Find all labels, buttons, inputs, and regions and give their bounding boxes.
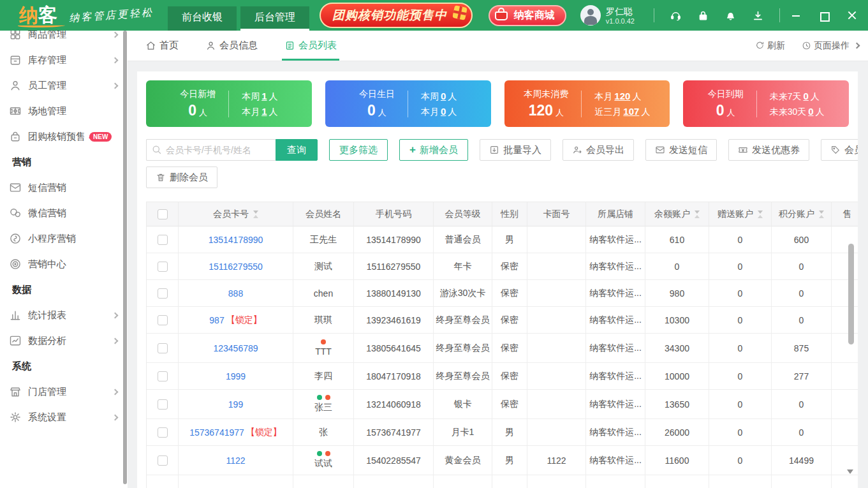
sidebar-item-label: 短信营销 xyxy=(28,182,66,194)
row-checkbox[interactable] xyxy=(158,288,168,299)
sidebar-item-inventory[interactable]: 库存管理 xyxy=(0,47,128,73)
sidebar-item-system-settings[interactable]: 系统设置 xyxy=(0,404,128,430)
member-card-link[interactable]: 123456789 xyxy=(213,343,258,353)
extra-cell xyxy=(832,419,858,446)
topnav-front-desk[interactable]: 前台收银 xyxy=(168,6,237,31)
topnav-backstage[interactable]: 后台管理 xyxy=(240,6,309,31)
sidebar-item-groupon-presale[interactable]: 团购核销预售NEW xyxy=(0,124,128,149)
member-export-button[interactable]: 会员导出 xyxy=(563,139,634,161)
tab-member-list[interactable]: 会员列表 xyxy=(284,31,337,61)
sidebar-scrollbar[interactable] xyxy=(123,31,127,484)
minimize-button[interactable] xyxy=(791,11,800,20)
member-card-link[interactable]: 1999 xyxy=(226,371,246,381)
row-checkbox[interactable] xyxy=(158,343,168,353)
add-member-button[interactable]: +新增会员 xyxy=(399,139,468,161)
column-header-3[interactable]: 会员等级 xyxy=(434,202,492,226)
member-card-link[interactable]: 15736741977 xyxy=(189,427,244,438)
row-checkbox[interactable] xyxy=(158,455,168,466)
store-cell: 纳客软件运... xyxy=(586,307,645,334)
member-card-link[interactable]: 15116279550 xyxy=(209,262,263,272)
sidebar-item-goods[interactable]: 商品管理 xyxy=(0,31,128,47)
sidebar-item-wechat-marketing[interactable]: 微信营销 xyxy=(0,200,128,226)
phone-cell: 13514178990 xyxy=(354,226,434,253)
member-card-link[interactable]: 13514178990 xyxy=(209,235,263,245)
scroll-down-arrow[interactable] xyxy=(847,470,853,474)
sort-icon[interactable] xyxy=(695,211,700,218)
column-header-10[interactable]: 售 xyxy=(832,202,858,226)
column-header-label: 余额账户 xyxy=(654,209,690,220)
column-header-5[interactable]: 卡面号 xyxy=(527,202,586,226)
column-header-9[interactable]: 积分账户 xyxy=(772,202,832,226)
maximize-button[interactable] xyxy=(820,11,828,20)
sidebar-item-sms-marketing[interactable]: 短信营销 xyxy=(0,175,128,200)
column-header-7[interactable]: 余额账户 xyxy=(645,202,709,226)
member-card-link[interactable]: 987 xyxy=(209,315,224,325)
member-name-text: 琪琪 xyxy=(314,314,332,326)
mall-button[interactable]: 纳客商城 xyxy=(489,5,566,26)
sidebar-item-reports[interactable]: 统计报表 xyxy=(0,302,128,328)
content-scrollbar-thumb[interactable] xyxy=(848,244,854,344)
row-checkbox[interactable] xyxy=(158,262,168,272)
member-card-link[interactable]: 199 xyxy=(228,399,243,410)
column-header-8[interactable]: 赠送账户 xyxy=(709,202,772,226)
sidebar-item-miniprogram-marketing[interactable]: 小程序营销 xyxy=(0,226,128,251)
lock-icon[interactable] xyxy=(697,10,709,22)
tab-member-info[interactable]: 会员信息 xyxy=(205,31,258,61)
select-all-checkbox[interactable] xyxy=(158,209,168,219)
more-filters-button[interactable]: 更多筛选 xyxy=(329,139,388,161)
stat-card-title: 今日生日 xyxy=(359,89,395,100)
promo-banner[interactable]: 团购核销功能预售中 xyxy=(320,3,473,28)
stat-card-main: 今日生日0人 xyxy=(359,89,395,119)
member-card-link[interactable]: 1122 xyxy=(226,455,245,466)
download-icon[interactable] xyxy=(752,10,764,22)
sidebar-item-marketing-center[interactable]: 营销中心 xyxy=(0,251,128,277)
page-ops-action[interactable]: 页面操作 xyxy=(802,40,859,52)
stat-line-label: 未来30天 xyxy=(770,107,807,117)
search-input[interactable] xyxy=(146,139,276,161)
sidebar-item-venue[interactable]: 场地管理 xyxy=(0,98,128,124)
sidebar-item-label: 库存管理 xyxy=(28,54,66,66)
level-cell: 终身至尊会员 xyxy=(434,307,492,334)
store-cell: 纳客软件运... xyxy=(586,226,645,253)
column-header-2[interactable]: 手机号码 xyxy=(354,202,434,226)
member-card-link[interactable]: 888 xyxy=(228,288,243,299)
stat-card-0[interactable]: 今日新增0人本周1人本月1人 xyxy=(146,80,312,127)
row-checkbox[interactable] xyxy=(158,371,168,381)
row-checkbox[interactable] xyxy=(158,315,168,325)
bell-icon[interactable] xyxy=(725,10,737,22)
sidebar-item-data-analysis[interactable]: 数据分析 xyxy=(0,328,128,353)
member-card-cell: 15736741977【锁定】 xyxy=(179,419,293,446)
member-card-cell: 888 xyxy=(179,280,293,307)
stat-line-label: 本周 xyxy=(421,91,439,101)
batch-import-button[interactable]: 批量导入 xyxy=(480,139,551,161)
tab-home[interactable]: 首页 xyxy=(145,31,179,61)
customer-service-icon[interactable] xyxy=(670,10,682,22)
sort-icon[interactable] xyxy=(819,211,824,218)
sort-icon[interactable] xyxy=(758,211,763,218)
user-menu[interactable]: 罗仁聪 v1.0.0.42 xyxy=(580,5,635,26)
search-button[interactable]: 查询 xyxy=(276,139,318,161)
sidebar-item-staff[interactable]: 员工管理 xyxy=(0,73,128,98)
stat-card-3[interactable]: 今日到期0人未来7天0人未来30天0人 xyxy=(683,80,849,127)
stat-card-1[interactable]: 今日生日0人本周0人本月0人 xyxy=(325,80,491,127)
sort-icon[interactable] xyxy=(253,211,258,218)
close-button[interactable] xyxy=(848,11,857,20)
stat-line-label: 近三月 xyxy=(594,107,621,117)
column-header-4[interactable]: 性别 xyxy=(492,202,527,226)
delete-member-button[interactable]: 删除会员 xyxy=(146,166,217,188)
gender-cell: 保密 xyxy=(492,253,527,280)
column-header-1[interactable]: 会员姓名 xyxy=(293,202,354,226)
send-sms-button[interactable]: 发送短信 xyxy=(645,139,717,161)
refresh-action[interactable]: 刷新 xyxy=(755,40,785,52)
row-checkbox[interactable] xyxy=(158,235,168,245)
row-checkbox[interactable] xyxy=(158,427,168,438)
row-checkbox[interactable] xyxy=(158,399,168,410)
member-tags-button[interactable]: 会员标签 xyxy=(821,139,858,161)
stat-line-label: 未来7天 xyxy=(770,91,802,101)
stat-card-2[interactable]: 本周未消费120人本月120人近三月107人 xyxy=(504,80,670,127)
send-coupon-button[interactable]: 发送优惠券 xyxy=(728,139,809,161)
sidebar-item-store-management[interactable]: 门店管理 xyxy=(0,379,128,404)
column-header-0[interactable]: 会员卡号 xyxy=(179,202,293,226)
column-header-6[interactable]: 所属店铺 xyxy=(586,202,645,226)
sidebar-section-label: 系统 xyxy=(0,353,128,379)
